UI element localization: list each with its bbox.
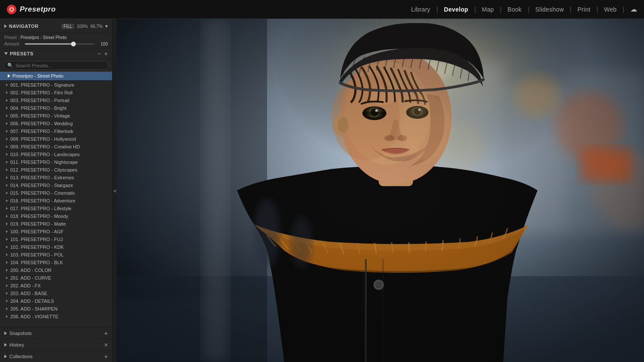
- preset-list-item[interactable]: 206. ADD - VIGNETTE: [0, 313, 112, 320]
- amount-value: 100: [97, 42, 108, 46]
- presets-minus-icon[interactable]: −: [97, 51, 101, 57]
- history-close-icon[interactable]: ×: [104, 342, 108, 348]
- preset-list-item[interactable]: 004. PRESETPRO - Bright: [0, 104, 112, 112]
- snapshots-left: Snapshots: [4, 331, 32, 336]
- history-icon: [4, 343, 7, 347]
- preset-item-arrow: [6, 130, 8, 133]
- preset-list-item[interactable]: 200. ADD - COLOR: [0, 266, 112, 274]
- preset-list-item[interactable]: 202. ADD - FX: [0, 282, 112, 290]
- preset-list-item[interactable]: 102. PRESETPRO - KDK: [0, 243, 112, 251]
- preset-item-label: 200. ADD - COLOR: [10, 268, 52, 273]
- nav-slideshow[interactable]: Slideshow: [529, 6, 570, 13]
- preset-list-item[interactable]: 015. PRESETPRO - Cinematic: [0, 189, 112, 197]
- preset-item-label: 014. PRESETPRO - Stargaze: [10, 183, 73, 188]
- nav-web[interactable]: Web: [598, 6, 623, 13]
- zoom-667[interactable]: 66.7%: [91, 24, 103, 29]
- presets-plus-icon[interactable]: +: [104, 51, 108, 57]
- history-section[interactable]: History ×: [0, 339, 112, 350]
- preset-item-label: 103. PRESETPRO - POL: [10, 252, 64, 257]
- preset-list-item[interactable]: 009. PRESETPRO - Creative HD: [0, 143, 112, 151]
- preset-list-item[interactable]: 204. ADD - DETAILS: [0, 297, 112, 305]
- snapshots-icon: [4, 332, 7, 335]
- snapshots-section[interactable]: Snapshots +: [0, 327, 112, 339]
- nav-library[interactable]: Library: [405, 6, 437, 13]
- preset-list-item[interactable]: 201. ADD - CURVE: [0, 274, 112, 282]
- preset-item-label: 006. PRESETPRO - Wedding: [10, 121, 73, 126]
- preset-list-item[interactable]: 011. PRESETPRO - Nightscape: [0, 158, 112, 166]
- preset-item-label: 012. PRESETPRO - Cityscapes: [10, 167, 77, 172]
- preset-list-item[interactable]: 019. PRESETPRO - Matte: [0, 220, 112, 228]
- preset-list-item[interactable]: 017. PRESETPRO - Lifestyle: [0, 205, 112, 212]
- collections-add-icon[interactable]: +: [104, 353, 108, 359]
- preset-list-item[interactable]: 100. PRESETPRO - AGF: [0, 228, 112, 235]
- preset-list-item[interactable]: 018. PRESETPRO - Moody: [0, 212, 112, 220]
- preset-item-arrow: [6, 261, 8, 264]
- preset-item-label: 013. PRESETPRO - Extremes: [10, 175, 74, 180]
- top-arrow-icon: ▲: [378, 20, 383, 26]
- collections-icon: [4, 355, 7, 358]
- collections-section[interactable]: Collections +: [0, 350, 112, 362]
- presets-label: Presets: [10, 51, 33, 56]
- search-presets-container[interactable]: 🔍: [3, 61, 109, 70]
- navigator-header[interactable]: Navigator FILL 100% 66.7% ▾: [4, 21, 108, 31]
- preset-item-arrow: [6, 215, 8, 217]
- preset-list-item[interactable]: 014. PRESETPRO - Stargaze: [0, 181, 112, 189]
- preset-item-label: 204. ADD - DETAILS: [10, 299, 54, 304]
- preset-list-item[interactable]: 010. PRESETPRO - Landscapes: [0, 151, 112, 158]
- preset-list-item[interactable]: 104. PRESETPRO - BLK: [0, 259, 112, 266]
- preset-list-item[interactable]: 205. ADD - SHARPEN: [0, 305, 112, 313]
- collections-label: Collections: [9, 354, 33, 359]
- preset-item-arrow: [6, 238, 8, 241]
- nav-develop[interactable]: Develop: [438, 6, 474, 13]
- cloud-icon[interactable]: ☁: [624, 5, 637, 13]
- preset-item-label: 001. PRESETPRO - Signature: [10, 82, 74, 87]
- preset-item-label: 008. PRESETPRO - Hollywood: [10, 136, 76, 142]
- preset-list-item[interactable]: 101. PRESETPRO - FUJ: [0, 235, 112, 243]
- nav-print[interactable]: Print: [571, 6, 596, 13]
- preset-list-item[interactable]: 203. ADD - BASE: [0, 290, 112, 297]
- preset-item-arrow: [6, 153, 8, 156]
- preset-list-item[interactable]: 003. PRESETPRO - Portrait: [0, 97, 112, 104]
- search-presets-input[interactable]: [15, 63, 105, 68]
- nav-book[interactable]: Book: [501, 6, 528, 13]
- preset-item-arrow: [6, 253, 8, 256]
- snapshots-label: Snapshots: [9, 331, 32, 336]
- preset-item-arrow: [6, 99, 8, 102]
- fill-button[interactable]: FILL: [61, 24, 74, 29]
- navigator-options-icon[interactable]: ▾: [105, 23, 108, 29]
- preset-list-item[interactable]: 008. PRESETPRO - Hollywood: [0, 135, 112, 143]
- preset-item-arrow: [6, 269, 8, 272]
- preset-list-item[interactable]: 002. PRESETPRO - Film Roll: [0, 89, 112, 97]
- preset-list-item[interactable]: 001. PRESETPRO - Signature: [0, 81, 112, 89]
- active-preset-item[interactable]: Presetpro - Street Photo: [0, 72, 112, 80]
- nav-menu: Library | Develop | Map | Book | Slidesh…: [405, 5, 637, 13]
- preset-list-item[interactable]: 103. PRESETPRO - POL: [0, 251, 112, 259]
- presets-header: Presets − +: [0, 48, 112, 59]
- preset-info-section: Preset : Presetpro - Street Photo Amount…: [0, 33, 112, 48]
- zoom-100[interactable]: 100%: [77, 24, 88, 29]
- preset-item-arrow: [6, 199, 8, 202]
- preset-item-arrow: [6, 84, 8, 86]
- nav-map[interactable]: Map: [476, 6, 500, 13]
- preset-list-item[interactable]: 016. PRESETPRO - Adventure: [0, 197, 112, 205]
- preset-item-arrow: [6, 277, 8, 279]
- amount-slider[interactable]: [25, 43, 94, 45]
- preset-item-arrow: [6, 230, 8, 233]
- preset-item-arrow: [6, 122, 8, 125]
- presets-header-right: − +: [97, 51, 108, 57]
- preset-list-item[interactable]: 012. PRESETPRO - Cityscapes: [0, 166, 112, 174]
- preset-item-arrow: [6, 161, 8, 163]
- preset-item-label: 201. ADD - CURVE: [10, 275, 51, 281]
- snapshots-add-icon[interactable]: +: [104, 330, 108, 336]
- top-scroll-indicator[interactable]: ▲: [374, 19, 386, 27]
- preset-list-item[interactable]: 006. PRESETPRO - Wedding: [0, 120, 112, 127]
- active-preset-name: Presetpro - Street Photo: [12, 73, 64, 78]
- preset-list-item[interactable]: 013. PRESETPRO - Extremes: [0, 174, 112, 181]
- left-sidebar: Navigator FILL 100% 66.7% ▾ Preset : Pre…: [0, 19, 112, 362]
- svg-point-1: [10, 8, 13, 11]
- preset-list-item[interactable]: 007. PRESETPRO - Filterlook: [0, 127, 112, 135]
- left-collapse-tab[interactable]: ◀: [112, 19, 117, 362]
- presets-collapse-icon[interactable]: [4, 52, 8, 55]
- preset-item-arrow: [6, 223, 8, 225]
- preset-list-item[interactable]: 005. PRESETPRO - Vintage: [0, 112, 112, 120]
